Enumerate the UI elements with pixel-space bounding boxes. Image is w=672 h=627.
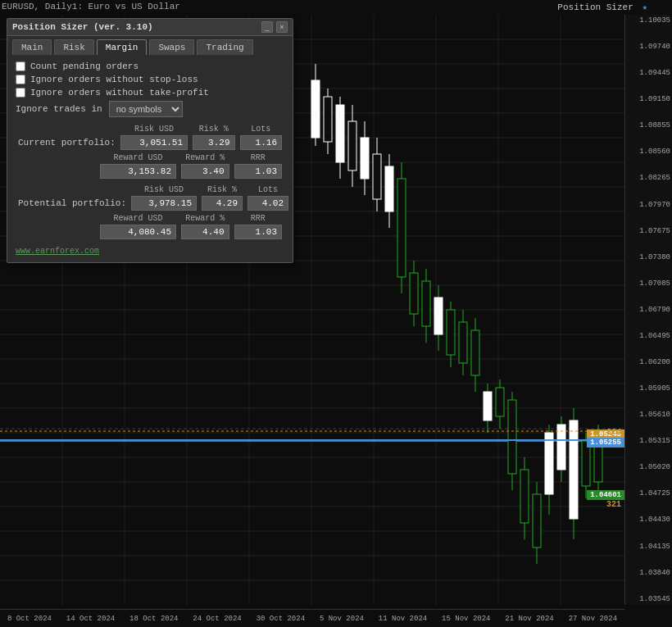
svg-rect-61 — [471, 330, 479, 375]
price-label-2: 1.09445 — [627, 69, 670, 77]
svg-rect-47 — [385, 166, 393, 211]
current-lots-header: Lots — [238, 124, 284, 134]
tab-bar: Main Risk Margin Swaps Trading — [7, 36, 293, 55]
current-portfolio-section: Risk USD Risk % Lots Current portfolio: … — [16, 124, 284, 179]
current-reward-usd-value: 3,153.82 — [100, 164, 176, 179]
svg-rect-39 — [336, 105, 344, 162]
date-label-4: 30 Oct 2024 — [257, 615, 305, 623]
count-pending-checkbox[interactable] — [16, 61, 25, 71]
price-label-19: 1.04430 — [627, 516, 670, 524]
potential-portfolio-label: Potential portfolio: — [16, 195, 129, 211]
current-rrr-value: 1.03 — [234, 164, 283, 179]
price-label-0: 1.10035 — [627, 16, 670, 25]
tab-main[interactable]: Main — [12, 39, 52, 55]
price-label-13: 1.06200 — [627, 358, 670, 366]
current-risk-usd-value: 3,051.51 — [120, 135, 188, 150]
ignore-no-sl-row: Ignore orders without stop-loss — [16, 75, 284, 84]
count-pending-label: Count pending orders — [30, 61, 138, 71]
potential-risk-pct-value: 4.29 — [202, 196, 243, 211]
svg-rect-63 — [484, 392, 492, 420]
svg-rect-37 — [324, 97, 332, 142]
count-pending-row: Count pending orders — [16, 61, 284, 71]
earnforex-link[interactable]: www.earnforex.com — [16, 247, 284, 256]
svg-rect-43 — [361, 138, 369, 179]
date-axis: 8 Oct 2024 14 Oct 2024 18 Oct 2024 24 Oc… — [0, 609, 624, 627]
position-sizer-label: Position Sizer ★ — [557, 2, 647, 12]
current-rrr-header: RRR — [232, 152, 285, 163]
price-badge-blue: 1.05255 — [587, 438, 624, 448]
potential-reward-usd-header: Reward USD — [98, 213, 179, 224]
price-label-20: 1.04135 — [627, 543, 670, 551]
svg-rect-55 — [434, 298, 443, 334]
price-label-3: 1.09150 — [627, 95, 670, 103]
side-label-324: 324 — [606, 428, 621, 437]
current-reward-table: Reward USD Reward % RRR 3,153.82 3.40 1.… — [16, 152, 284, 179]
current-lots-value: 1.16 — [240, 135, 282, 150]
svg-rect-67 — [508, 400, 516, 474]
date-label-5: 5 Nov 2024 — [320, 615, 364, 623]
price-label-9: 1.07380 — [627, 253, 670, 261]
current-portfolio-table: Risk USD Risk % Lots Current portfolio: … — [16, 124, 284, 151]
svg-rect-59 — [459, 322, 467, 363]
svg-rect-65 — [496, 388, 504, 416]
position-sizer-icon: ★ — [642, 2, 647, 12]
price-label-18: 1.04725 — [627, 489, 670, 498]
date-label-1: 14 Oct 2024 — [66, 615, 115, 623]
price-label-22: 1.03545 — [627, 595, 670, 603]
potential-reward-pct-header: Reward % — [179, 213, 231, 224]
date-label-0: 8 Oct 2024 — [7, 615, 52, 623]
price-label-12: 1.06495 — [627, 332, 670, 340]
tab-content: Count pending orders Ignore orders witho… — [7, 55, 293, 262]
panel-title: Position Sizer (ver. 3.10) — [12, 22, 153, 32]
price-label-10: 1.07085 — [627, 279, 670, 288]
close-button[interactable]: × — [276, 21, 288, 33]
potential-lots-value: 4.02 — [247, 196, 288, 211]
svg-rect-79 — [582, 441, 590, 486]
side-label-321: 321 — [606, 500, 621, 509]
svg-rect-71 — [533, 494, 541, 547]
potential-lots-header: Lots — [245, 184, 291, 195]
date-label-9: 27 Nov 2024 — [569, 615, 617, 623]
current-reward-pct-value: 3.40 — [181, 164, 229, 179]
ignore-no-tp-label: Ignore orders without take-profit — [30, 88, 209, 98]
ignore-no-tp-row: Ignore orders without take-profit — [16, 88, 284, 98]
svg-rect-41 — [348, 121, 356, 170]
price-label-8: 1.07675 — [627, 227, 670, 235]
tab-margin[interactable]: Margin — [97, 39, 148, 55]
price-axis: 1.10035 1.09740 1.09445 1.09150 1.08855 … — [624, 15, 672, 605]
potential-portfolio-table: Risk USD Risk % Lots Potential portfolio… — [16, 184, 291, 211]
svg-rect-51 — [410, 273, 418, 314]
price-label-16: 1.05315 — [627, 437, 670, 445]
svg-rect-49 — [397, 179, 406, 277]
ignore-no-sl-checkbox[interactable] — [16, 75, 25, 84]
date-label-7: 15 Nov 2024 — [442, 615, 490, 623]
position-sizer-panel: Position Sizer (ver. 3.10) _ × Main Risk… — [7, 18, 293, 263]
svg-rect-53 — [422, 281, 430, 326]
potential-rrr-header: RRR — [232, 213, 285, 224]
price-label-5: 1.08560 — [627, 148, 670, 156]
date-label-6: 11 Nov 2024 — [379, 615, 427, 623]
potential-reward-table: Reward USD Reward % RRR 4,080.45 4.40 1.… — [16, 213, 284, 240]
tab-trading[interactable]: Trading — [197, 39, 252, 55]
ignore-no-tp-checkbox[interactable] — [16, 88, 25, 98]
price-label-1: 1.09740 — [627, 43, 670, 51]
price-label-14: 1.05905 — [627, 384, 670, 393]
blue-price-line — [0, 439, 624, 441]
date-label-8: 21 Nov 2024 — [505, 615, 553, 623]
tab-swaps[interactable]: Swaps — [149, 39, 194, 55]
potential-portfolio-section: Risk USD Risk % Lots Potential portfolio… — [16, 184, 284, 240]
price-label-11: 1.06790 — [627, 306, 670, 314]
svg-rect-69 — [520, 470, 529, 523]
current-portfolio-label: Current portfolio: — [16, 134, 118, 151]
svg-rect-73 — [545, 433, 553, 494]
ignore-trades-label: Ignore trades in — [16, 104, 102, 114]
tab-risk[interactable]: Risk — [54, 39, 93, 55]
potential-rrr-value: 1.03 — [234, 225, 283, 239]
current-risk-pct-value: 3.29 — [193, 135, 234, 150]
minimize-button[interactable]: _ — [261, 21, 273, 33]
svg-rect-35 — [311, 80, 320, 138]
ignore-trades-select[interactable]: no symbols — [109, 101, 183, 117]
potential-risk-usd-header: Risk USD — [129, 184, 199, 195]
price-label-7: 1.07970 — [627, 201, 670, 209]
price-label-15: 1.05610 — [627, 411, 670, 419]
